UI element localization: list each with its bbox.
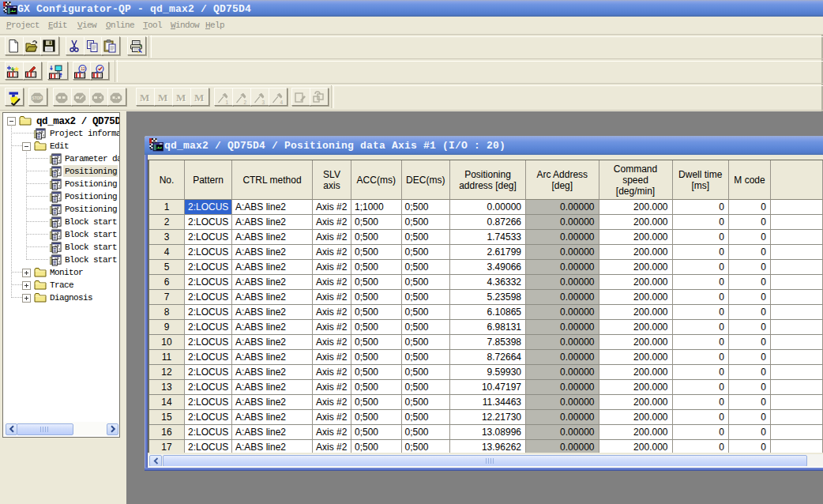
svg-text:12: 12 bbox=[81, 66, 85, 71]
svg-text:1: 1 bbox=[226, 100, 229, 105]
svg-text:3: 3 bbox=[262, 100, 265, 105]
svg-text:4: 4 bbox=[280, 100, 284, 105]
svg-text:M: M bbox=[194, 92, 204, 103]
svg-text:2: 2 bbox=[244, 100, 247, 105]
svg-text:STOP: STOP bbox=[32, 96, 42, 100]
svg-text:M: M bbox=[140, 92, 149, 103]
svg-text:M: M bbox=[158, 92, 167, 103]
svg-text:M: M bbox=[176, 92, 186, 103]
